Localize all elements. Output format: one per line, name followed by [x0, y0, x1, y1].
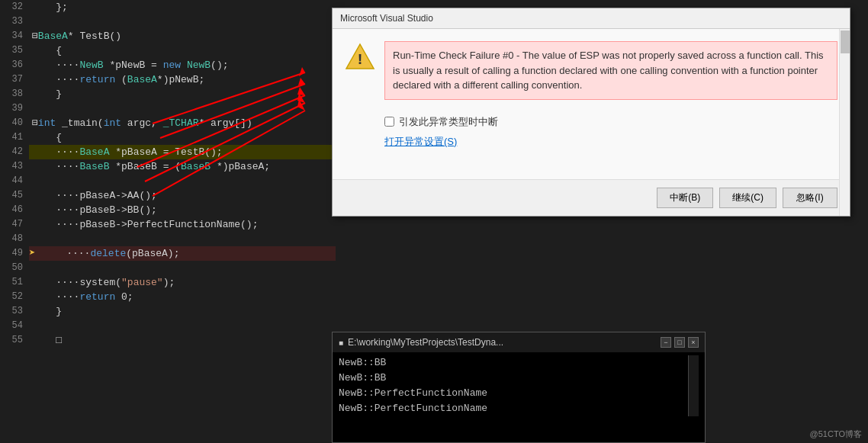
ignore-button[interactable]: 忽略(I): [783, 188, 837, 208]
console-title: E:\working\MyTestProjects\TestDyna...: [348, 337, 503, 348]
line-number: 41: [0, 130, 29, 145]
code-line: 42 ····BaseA *pBaseA = TestB();: [0, 145, 336, 159]
line-number: 34: [0, 29, 29, 43]
line-number: 47: [0, 217, 29, 232]
line-content: ····BaseB *pBaseB = (BaseB *)pBaseA;: [29, 159, 336, 174]
code-line: 41 {: [0, 130, 336, 145]
line-content: ⊟BaseA* TestB(): [29, 29, 336, 43]
code-line: 33: [0, 14, 336, 29]
line-content: □: [29, 333, 336, 348]
line-number: 52: [0, 290, 29, 304]
console-window-controls: − □ ×: [661, 337, 699, 348]
line-number: 55: [0, 333, 29, 348]
line-number: 32: [0, 0, 29, 14]
line-number: 43: [0, 159, 29, 174]
console-icon: ■: [339, 339, 343, 347]
line-number: 40: [0, 116, 29, 130]
line-content: ····system("pause");: [29, 275, 336, 290]
svg-text:!: !: [355, 51, 365, 69]
console-window: ■ E:\working\MyTestProjects\TestDyna... …: [332, 332, 706, 443]
line-content: {: [29, 130, 336, 145]
code-line: 52 ····return 0;: [0, 290, 336, 304]
line-number: 44: [0, 174, 29, 188]
line-content: ····delete(pBaseA);: [29, 246, 336, 261]
break-button[interactable]: 中断(B): [657, 188, 713, 208]
dialog-buttons: 中断(B) 继续(C) 忽略(I): [333, 179, 850, 216]
line-number: 51: [0, 275, 29, 290]
line-number: 46: [0, 203, 29, 217]
warning-icon: !: [345, 41, 375, 72]
console-title-left: ■ E:\working\MyTestProjects\TestDyna...: [339, 337, 503, 348]
message-row: ! Run-Time Check Failure #0 - The value …: [345, 41, 837, 100]
minimize-button[interactable]: −: [661, 337, 671, 348]
code-line: 37 ····return (BaseA*)pNewB;: [0, 72, 336, 87]
code-line: 53 }: [0, 304, 336, 319]
console-line: NewB::PerfectFunctionName: [339, 386, 688, 401]
dialog-scrollbar[interactable]: [839, 29, 850, 216]
console-scrollbar[interactable]: [688, 355, 699, 416]
line-content: ⊟int _tmain(int argc, _TCHAR* argv[]): [29, 116, 336, 130]
console-text: NewB::BBNewB::BBNewB::PerfectFunctionNam…: [339, 355, 688, 416]
line-content: {: [29, 43, 336, 58]
line-content: ····pBaseB->PerfectFunctionName();: [29, 217, 336, 232]
checkbox-label: 引发此异常类型时中断: [399, 115, 498, 129]
close-button[interactable]: ×: [688, 337, 699, 348]
code-line: 44: [0, 174, 336, 188]
line-number: 36: [0, 58, 29, 72]
line-number: 54: [0, 319, 29, 333]
code-line: 50: [0, 261, 336, 275]
console-line: NewB::BB: [339, 371, 688, 386]
code-line: 40⊟int _tmain(int argc, _TCHAR* argv[]): [0, 116, 336, 130]
line-number: 48: [0, 232, 29, 246]
console-body: NewB::BBNewB::BBNewB::PerfectFunctionNam…: [333, 352, 705, 419]
code-editor[interactable]: 32 };3334⊟BaseA* TestB()35 {36 ····NewB …: [0, 0, 336, 443]
dialog-title: Microsoft Visual Studio: [340, 13, 433, 24]
line-number: 45: [0, 188, 29, 203]
line-content: ····return (BaseA*)pNewB;: [29, 72, 336, 87]
console-line: NewB::BB: [339, 355, 688, 371]
code-line: 54: [0, 319, 336, 333]
code-line: 39: [0, 101, 336, 116]
line-content: ····pBaseA->AA();: [29, 188, 336, 203]
line-content: }: [29, 87, 336, 101]
line-number: 50: [0, 261, 29, 275]
line-number: 35: [0, 43, 29, 58]
line-number: 38: [0, 87, 29, 101]
console-titlebar: ■ E:\working\MyTestProjects\TestDyna... …: [333, 332, 705, 352]
code-line: 47 ····pBaseB->PerfectFunctionName();: [0, 217, 336, 232]
line-content: ····NewB *pNewB = new NewB();: [29, 58, 336, 72]
code-line: 45 ····pBaseA->AA();: [0, 188, 336, 203]
code-line: 49➤ ····delete(pBaseA);: [0, 246, 336, 261]
maximize-button[interactable]: □: [674, 337, 685, 348]
code-line: 46 ····pBaseB->BB();: [0, 203, 336, 217]
line-content: }: [29, 304, 336, 319]
console-line: NewB::PerfectFunctionName: [339, 401, 688, 416]
line-content: };: [29, 0, 336, 14]
watermark: @51CTO博客: [810, 429, 862, 440]
line-number: 33: [0, 14, 29, 29]
execution-arrow: ➤: [29, 246, 35, 261]
line-number: 42: [0, 145, 29, 159]
exception-settings-link[interactable]: 打开异常设置(S): [384, 136, 457, 147]
code-line: 38 }: [0, 87, 336, 101]
dialog-content: ! Run-Time Check Failure #0 - The value …: [333, 29, 850, 216]
line-number: 49: [0, 246, 29, 261]
line-content: ····pBaseB->BB();: [29, 203, 336, 217]
dialog-body: ! Run-Time Check Failure #0 - The value …: [333, 29, 850, 179]
code-line: 48: [0, 232, 336, 246]
scrollbar-thumb[interactable]: [841, 30, 850, 53]
link-row: 打开异常设置(S): [345, 135, 837, 149]
code-line: 43 ····BaseB *pBaseB = (BaseB *)pBaseA;: [0, 159, 336, 174]
exception-checkbox[interactable]: [384, 117, 394, 127]
code-line: 51 ····system("pause");: [0, 275, 336, 290]
code-line: 35 {: [0, 43, 336, 58]
vs-dialog: Microsoft Visual Studio ! Run-Time Check…: [332, 8, 850, 217]
code-line: 55 □: [0, 333, 336, 348]
line-number: 37: [0, 72, 29, 87]
line-number: 53: [0, 304, 29, 319]
continue-button[interactable]: 继续(C): [719, 188, 776, 208]
checkbox-row: 引发此异常类型时中断: [345, 115, 837, 129]
line-content: ····BaseA *pBaseA = TestB();: [29, 145, 336, 159]
dialog-titlebar: Microsoft Visual Studio: [333, 8, 850, 29]
line-content: ····return 0;: [29, 290, 336, 304]
